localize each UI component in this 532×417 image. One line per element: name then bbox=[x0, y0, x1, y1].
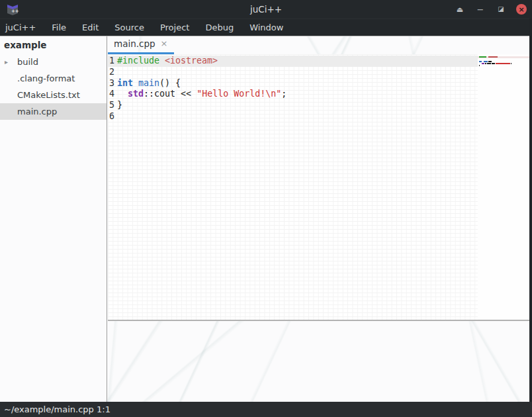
menu-item-debug[interactable]: Debug bbox=[205, 23, 234, 32]
code-editor[interactable]: 1#include <iostream>23int main() {4 std:… bbox=[108, 54, 532, 320]
window-title: juCi++ bbox=[0, 4, 532, 15]
window-border bbox=[529, 19, 532, 402]
line-number: 4 bbox=[108, 89, 117, 100]
app-icon: ++ bbox=[5, 3, 20, 16]
file-tree-items: ▸build.clang-formatCMakeLists.txtmain.cp… bbox=[0, 54, 107, 120]
code-line-2[interactable]: 2 bbox=[108, 67, 478, 78]
tree-item-cmakelists-txt[interactable]: CMakeLists.txt bbox=[0, 87, 107, 103]
menu-items: juCi++FileEditSourceProjectDebugWindow bbox=[0, 19, 532, 36]
editor-pane: main.cpp × 1#include <iostream>23int mai… bbox=[108, 36, 532, 402]
shade-icon: ⏏ bbox=[457, 6, 463, 13]
tree-item-label: build bbox=[17, 57, 38, 67]
minimap-line bbox=[478, 67, 529, 69]
line-number: 1 bbox=[108, 56, 117, 67]
menu-item-window[interactable]: Window bbox=[249, 23, 283, 32]
titlebar[interactable]: ++ juCi++ ⏏ − ◪ × bbox=[0, 0, 532, 19]
close-button[interactable]: × bbox=[516, 4, 527, 15]
main-area: example ▸build.clang-formatCMakeLists.tx… bbox=[0, 36, 532, 402]
code-line-6[interactable]: 6 bbox=[108, 111, 478, 122]
menu-item-file[interactable]: File bbox=[52, 23, 66, 32]
minimize-icon: − bbox=[477, 5, 484, 14]
code-line-4[interactable]: 4 std::cout << "Hello World!\n"; bbox=[108, 89, 478, 100]
tree-item-main-cpp[interactable]: main.cpp bbox=[0, 103, 107, 120]
chevron-right-icon[interactable]: ▸ bbox=[5, 54, 8, 70]
minimap-lines bbox=[478, 56, 529, 70]
code-text bbox=[117, 67, 478, 78]
line-number: 2 bbox=[108, 67, 117, 78]
line-number: 5 bbox=[108, 100, 117, 111]
tree-item-clang-format[interactable]: .clang-format bbox=[0, 70, 107, 87]
svg-text:++: ++ bbox=[11, 9, 19, 14]
menu-item-project[interactable]: Project bbox=[160, 23, 189, 32]
minimize-button[interactable]: − bbox=[475, 4, 486, 15]
tab-close-icon[interactable]: × bbox=[161, 39, 168, 48]
code-line-3[interactable]: 3int main() { bbox=[108, 78, 478, 89]
restore-icon: ◪ bbox=[498, 6, 504, 13]
code-text bbox=[117, 111, 478, 122]
code-lines[interactable]: 1#include <iostream>23int main() {4 std:… bbox=[108, 54, 478, 320]
minimap[interactable] bbox=[478, 54, 529, 320]
window-controls: ⏏ − ◪ × bbox=[455, 0, 527, 19]
menu-item-source[interactable]: Source bbox=[114, 23, 144, 32]
menu-item-edit[interactable]: Edit bbox=[82, 23, 99, 32]
line-number: 3 bbox=[108, 78, 117, 89]
code-text: int main() { bbox=[117, 78, 478, 89]
status-bar: ~/example/main.cpp 1:1 bbox=[0, 402, 532, 417]
file-tree: example ▸build.clang-formatCMakeLists.tx… bbox=[0, 36, 107, 402]
code-line-5[interactable]: 5} bbox=[108, 100, 478, 111]
tab-label: main.cpp bbox=[114, 38, 155, 49]
code-text: std::cout << "Hello World!\n"; bbox=[117, 89, 478, 100]
line-number: 6 bbox=[108, 111, 117, 122]
code-text: } bbox=[117, 100, 478, 111]
close-icon: × bbox=[518, 6, 524, 13]
tree-item-label: main.cpp bbox=[17, 107, 57, 116]
terminal-panel[interactable] bbox=[108, 321, 532, 402]
tab-bar: main.cpp × bbox=[108, 36, 532, 54]
shade-button[interactable]: ⏏ bbox=[455, 4, 465, 15]
tree-item-build[interactable]: ▸build bbox=[0, 54, 107, 70]
restore-button[interactable]: ◪ bbox=[496, 4, 506, 15]
menu-item-juci[interactable]: juCi++ bbox=[5, 23, 36, 32]
tree-root[interactable]: example bbox=[0, 36, 107, 54]
app-window: ++ juCi++ ⏏ − ◪ × juCi++FileEditSourcePr… bbox=[0, 0, 532, 417]
tab-main-cpp[interactable]: main.cpp × bbox=[108, 36, 174, 54]
code-text: #include <iostream> bbox=[117, 56, 478, 67]
tree-item-label: .clang-format bbox=[17, 73, 75, 83]
status-text: ~/example/main.cpp 1:1 bbox=[4, 404, 111, 414]
tree-item-label: CMakeLists.txt bbox=[17, 90, 80, 100]
code-line-1[interactable]: 1#include <iostream> bbox=[108, 56, 478, 67]
